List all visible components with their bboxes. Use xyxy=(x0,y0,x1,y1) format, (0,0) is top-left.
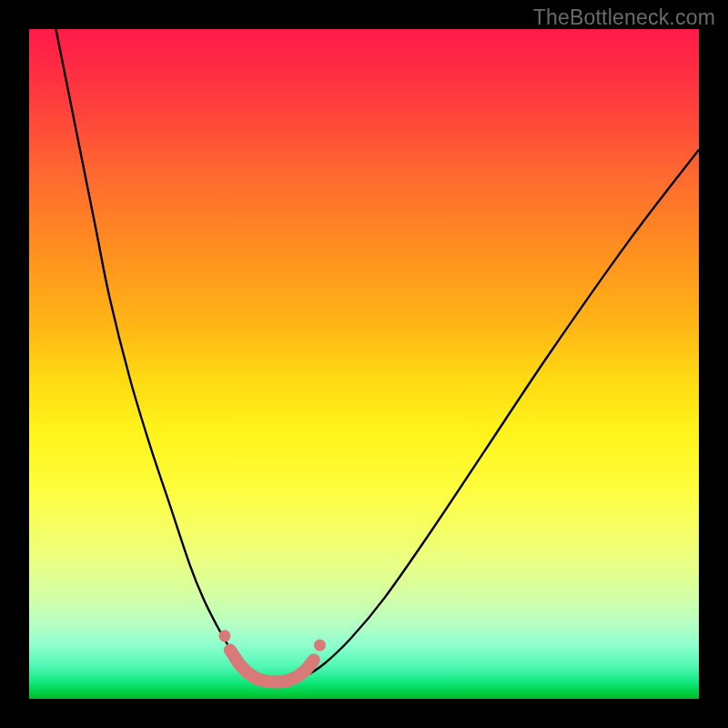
chart-frame: TheBottleneck.com xyxy=(0,0,728,728)
plot-area xyxy=(29,29,699,699)
marker-dot xyxy=(218,630,230,642)
bottleneck-curve xyxy=(56,29,699,682)
chart-svg xyxy=(29,29,699,699)
bottleneck-curve-group xyxy=(56,29,699,682)
data-markers-group xyxy=(218,630,326,682)
watermark-text: TheBottleneck.com xyxy=(533,5,715,30)
marker-segment xyxy=(230,650,314,682)
marker-dot xyxy=(314,640,326,652)
